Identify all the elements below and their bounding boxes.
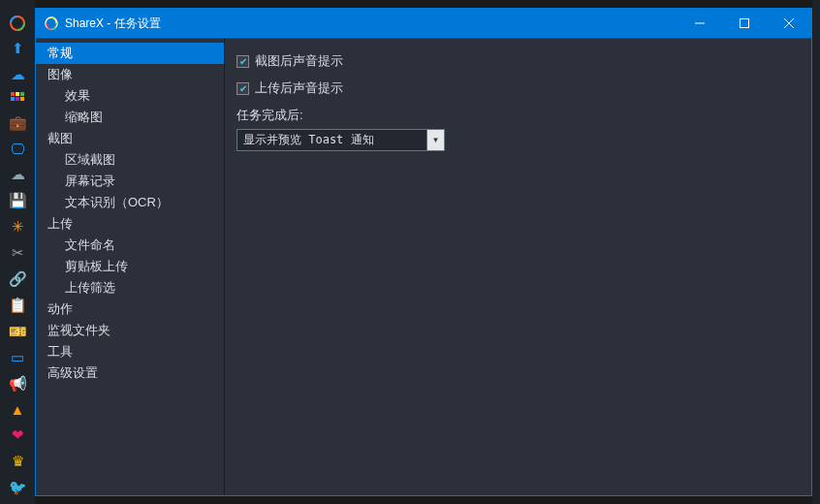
checkbox-sound-after-upload[interactable]: ✔ (237, 82, 249, 95)
tree-item[interactable]: 工具 (36, 341, 224, 362)
checkbox-sound-after-capture[interactable]: ✔ (237, 55, 249, 68)
chevron-down-icon[interactable]: ▼ (427, 129, 445, 151)
right-edge (812, 0, 820, 504)
svg-rect-3 (11, 92, 15, 96)
checkbox-label: 截图后声音提示 (255, 52, 343, 70)
grid-icon[interactable] (9, 92, 26, 106)
crown-icon[interactable]: ♛ (9, 453, 26, 470)
dropdown-value: 显示并预览 Toast 通知 (237, 129, 427, 151)
tree-item[interactable]: 区域截图 (36, 149, 224, 171)
settings-panel: ✔ 截图后声音提示 ✔ 上传后声音提示 任务完成后: 显示并预览 Toast 通… (225, 39, 811, 495)
briefcase-icon[interactable]: 💼 (9, 114, 26, 132)
svg-rect-7 (16, 97, 19, 101)
tree-item[interactable]: 效果 (36, 85, 224, 107)
heart-icon[interactable]: ❤ (9, 426, 26, 444)
tree-item[interactable]: 屏幕记录 (36, 171, 224, 192)
svg-rect-8 (20, 97, 24, 101)
svg-rect-11 (741, 19, 749, 28)
tree-item[interactable]: 图像 (36, 64, 224, 85)
settings-icon[interactable]: ✳ (9, 218, 26, 236)
tree-item[interactable]: 监视文件夹 (36, 320, 224, 341)
tree-item[interactable]: 文本识别（OCR） (36, 192, 224, 213)
close-button[interactable] (767, 9, 811, 38)
drive-icon[interactable]: 💾 (9, 192, 26, 209)
screen-icon[interactable]: 🖵 (9, 141, 26, 157)
capture-icon[interactable]: ⬆ (9, 40, 26, 57)
tree-item[interactable]: 截图 (36, 128, 224, 149)
titlebar[interactable]: ShareX - 任务设置 (36, 9, 811, 38)
upload-icon[interactable]: ☁ (9, 66, 26, 83)
app-left-toolbar: ⬆ ☁ 💼 🖵 ☁ 💾 ✳ ✂ 🔗 📋 🎫 ▭ 📢 ▲ ❤ ♛ 🐦 (0, 0, 35, 504)
tree-item[interactable]: 文件命名 (36, 235, 224, 256)
after-task-label: 任务完成后: (237, 107, 800, 124)
tree-item[interactable]: 剪贴板上传 (36, 256, 224, 277)
after-task-dropdown[interactable]: 显示并预览 Toast 通知 ▼ (237, 129, 445, 151)
ticket-icon[interactable]: 🎫 (9, 323, 26, 340)
svg-rect-4 (16, 92, 19, 96)
window-icon[interactable]: ▭ (9, 349, 26, 366)
tree-item[interactable]: 动作 (36, 299, 224, 320)
checkbox-label: 上传后声音提示 (255, 79, 343, 97)
maximize-button[interactable] (722, 9, 767, 38)
megaphone-icon[interactable]: 📢 (9, 375, 26, 393)
browser-icon[interactable]: 📋 (9, 297, 26, 314)
tools-icon[interactable]: ✂ (9, 244, 26, 262)
cone-icon[interactable]: ▲ (9, 401, 26, 418)
tree-item[interactable]: 上传 (36, 213, 224, 235)
window-app-icon (44, 16, 59, 31)
window-title: ShareX - 任务设置 (65, 16, 678, 32)
tree-item[interactable]: 缩略图 (36, 107, 224, 128)
minimize-button[interactable] (678, 9, 722, 38)
twitter-icon[interactable]: 🐦 (9, 479, 26, 496)
settings-window: ShareX - 任务设置 常规图像效果缩略图截图区域截图屏幕记录文本识别（OC… (35, 8, 812, 496)
tree-item[interactable]: 高级设置 (36, 362, 224, 384)
tree-item[interactable]: 常规 (36, 43, 224, 64)
link-icon[interactable]: 🔗 (9, 270, 26, 288)
svg-rect-6 (11, 97, 15, 101)
sharex-logo[interactable] (9, 16, 26, 31)
category-tree[interactable]: 常规图像效果缩略图截图区域截图屏幕记录文本识别（OCR）上传文件命名剪贴板上传上… (36, 39, 225, 495)
tree-item[interactable]: 上传筛选 (36, 277, 224, 299)
cloud-icon[interactable]: ☁ (9, 166, 26, 183)
svg-rect-5 (20, 92, 24, 96)
